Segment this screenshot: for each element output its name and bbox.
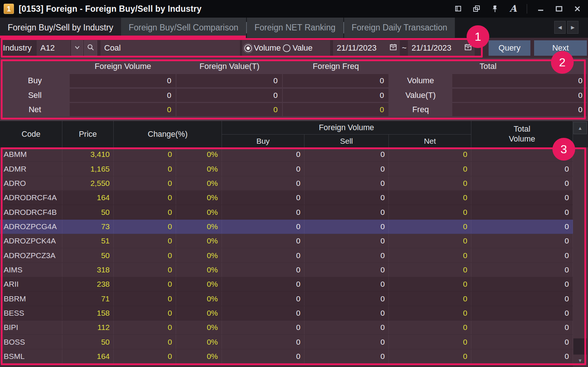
col-header-code[interactable]: Code <box>0 121 62 147</box>
sell-cell: 0 <box>304 248 389 262</box>
radio-volume[interactable]: Volume <box>244 43 281 53</box>
col-header-net[interactable]: Net <box>389 135 471 147</box>
table-row[interactable]: ABMM3,41000%0000 <box>0 147 573 162</box>
code-cell: BOSS <box>0 335 62 349</box>
search-icon <box>87 44 95 53</box>
pct-cell: 0% <box>176 320 222 334</box>
table-row[interactable]: ADROZPCG4A7300%0000 <box>0 220 573 234</box>
chg-cell: 0 <box>114 291 176 305</box>
net-cell: 0 <box>389 162 471 176</box>
table-row[interactable]: BIPI11200%0000 <box>0 320 573 335</box>
industry-dropdown-button[interactable] <box>71 40 83 56</box>
pin-icon[interactable] <box>490 4 500 14</box>
summary-value-cell: 0 <box>283 103 388 116</box>
table-row[interactable]: ADRO2,55000%0000 <box>0 176 573 191</box>
scrollbar-thumb[interactable] <box>573 338 587 355</box>
industry-code-input[interactable]: A12 <box>37 40 70 56</box>
summary-header-foreign-freq: Foreign Freq <box>283 59 389 73</box>
price-cell: 50 <box>62 205 114 219</box>
window-title: [0153] Foreign - Foreign Buy/Sell by Ind… <box>19 4 201 14</box>
pct-cell: 0% <box>176 335 222 349</box>
sell-cell: 0 <box>304 205 389 219</box>
net-cell: 0 <box>389 320 471 334</box>
chg-cell: 0 <box>114 191 176 205</box>
scroll-down-icon[interactable]: ▼ <box>573 355 587 366</box>
duplicate-window-icon[interactable] <box>472 4 481 14</box>
pct-cell: 0% <box>176 220 222 234</box>
tab-scroll-right-icon[interactable]: ▶ <box>567 21 578 34</box>
industry-search-button[interactable] <box>84 40 97 56</box>
volume-value-radio-group: Volume Value <box>242 40 330 56</box>
chg-cell: 0 <box>114 147 176 161</box>
total-cell: 0 <box>471 277 573 291</box>
tab-foreign-net-ranking[interactable]: Foreign NET Ranking <box>247 18 343 38</box>
summary-total-label: Volume <box>389 74 452 87</box>
radio-value[interactable]: Value <box>283 43 313 53</box>
industry-name-field[interactable]: Coal <box>101 40 240 56</box>
next-button[interactable]: Next <box>534 40 587 56</box>
scroll-up-icon[interactable]: ▲ <box>573 122 587 134</box>
restore-layout-icon[interactable] <box>453 4 463 14</box>
code-cell: ADROZPCZ3A <box>0 248 62 262</box>
query-button[interactable]: Query <box>489 40 530 56</box>
total-cell: 0 <box>471 291 573 305</box>
table-row[interactable]: BSML16400%0000 <box>0 349 573 364</box>
pct-cell: 0% <box>176 191 222 205</box>
code-cell: BESS <box>0 306 62 320</box>
col-header-buy[interactable]: Buy <box>222 135 304 147</box>
close-button[interactable] <box>573 4 582 14</box>
code-cell: ABMM <box>0 147 62 161</box>
table-row[interactable]: BOSS5000%0000 <box>0 335 573 349</box>
font-settings-icon[interactable]: A <box>508 4 518 14</box>
table-row[interactable]: BBRM7100%0000 <box>0 291 573 306</box>
buy-cell: 0 <box>222 162 304 176</box>
summary-total-value-cell: 0 <box>452 89 587 102</box>
buy-cell: 0 <box>222 205 304 219</box>
calendar-icon[interactable] <box>464 43 472 53</box>
col-header-sell[interactable]: Sell <box>304 135 389 147</box>
controls-divider <box>527 4 527 14</box>
summary-value-cell: 0 <box>176 103 282 116</box>
pct-cell: 0% <box>176 205 222 219</box>
price-cell: 73 <box>62 220 114 234</box>
calendar-icon[interactable] <box>390 43 397 53</box>
col-header-change[interactable]: Change(%) <box>114 121 222 147</box>
minimize-button[interactable] <box>536 4 545 14</box>
date-from-field[interactable]: 21/11/2023 <box>333 40 400 56</box>
buy-cell: 0 <box>222 306 304 320</box>
table-row[interactable]: AIMS31800%0000 <box>0 263 573 277</box>
tab-foreign-buy-sell-comparison[interactable]: Foreign Buy/Sell Comparison <box>121 18 246 38</box>
application-window: 1 [0153] Foreign - Foreign Buy/Sell by I… <box>0 0 588 367</box>
col-header-price[interactable]: Price <box>62 121 114 147</box>
title-bar: 1 [0153] Foreign - Foreign Buy/Sell by I… <box>0 0 588 18</box>
tab-scroll-arrows: ◀ ▶ <box>554 21 578 34</box>
total-cell: 0 <box>471 248 573 262</box>
vertical-scrollbar[interactable]: ▼ <box>573 147 588 367</box>
price-cell: 50 <box>62 335 114 349</box>
net-cell: 0 <box>389 263 471 277</box>
buy-cell: 0 <box>222 277 304 291</box>
maximize-button[interactable] <box>554 4 564 14</box>
buy-cell: 0 <box>222 248 304 262</box>
date-to-field[interactable]: 21/11/2023 <box>408 40 475 56</box>
tab-scroll-left-icon[interactable]: ◀ <box>554 21 566 34</box>
chg-cell: 0 <box>114 248 176 262</box>
table-row[interactable]: ADRODRCF4B5000%0000 <box>0 205 573 219</box>
table-row[interactable]: BESS15800%0000 <box>0 306 573 320</box>
summary-value-cell: 0 <box>283 89 388 102</box>
table-header: Code Price Change(%) Foreign Volume Buy … <box>0 121 573 147</box>
pct-cell: 0% <box>176 306 222 320</box>
table-row[interactable]: ADROZPCZ3A5000%0000 <box>0 248 573 263</box>
col-header-total-volume[interactable]: Total Volume <box>471 121 573 147</box>
chg-cell: 0 <box>114 349 176 363</box>
pct-cell: 0% <box>176 263 222 277</box>
table-row[interactable]: ADMR1,16500%0000 <box>0 162 573 176</box>
table-row[interactable]: ADROZPCK4A5100%0000 <box>0 234 573 248</box>
table-row[interactable]: ARII23800%0000 <box>0 277 573 291</box>
tab-foreign-buy-sell-by-industry[interactable]: Foreign Buy/Sell by Industry <box>0 18 121 38</box>
table-row[interactable]: ADRODRCF4A16400%0000 <box>0 191 573 205</box>
summary-total-value-cell: 0 <box>452 74 587 87</box>
price-cell: 3,410 <box>62 147 114 161</box>
tab-foreign-daily-transaction[interactable]: Foreign Daily Transaction <box>344 18 455 38</box>
summary-value-cell: 0 <box>70 74 176 87</box>
